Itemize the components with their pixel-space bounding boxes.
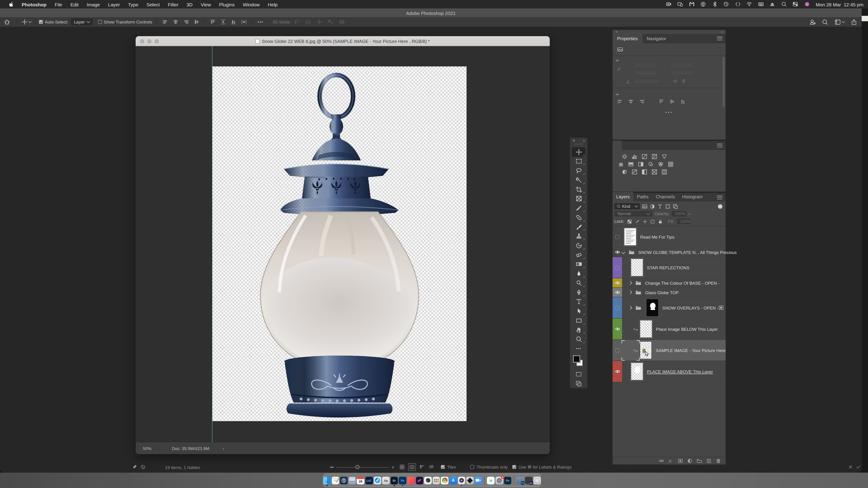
tab-properties[interactable]: Properties xyxy=(613,34,642,43)
details-view-icon[interactable] xyxy=(429,464,434,469)
bridge-option-2[interactable]: Use ⌘ for Labels & Ratings xyxy=(512,464,571,469)
smart-object-filter-icon[interactable] xyxy=(673,203,678,209)
menu-file[interactable]: File xyxy=(51,2,66,7)
new-layer-icon[interactable] xyxy=(706,458,712,464)
align-vcenter-icon[interactable] xyxy=(191,19,202,25)
selective-color-icon[interactable] xyxy=(661,169,667,175)
status-chevron-icon[interactable]: › xyxy=(223,446,224,451)
align-right-icon[interactable] xyxy=(181,19,191,25)
more-options-icon[interactable]: ••• xyxy=(255,20,266,24)
dock-fonts[interactable]: Aa xyxy=(382,477,390,484)
blur-tool[interactable] xyxy=(572,269,585,278)
thumbnail-slider-handle[interactable] xyxy=(355,465,360,469)
toolbar-close-icon[interactable]: ✕ xyxy=(572,139,575,143)
dock-inshot[interactable] xyxy=(407,477,415,484)
dock-photoshop[interactable]: Ps xyxy=(399,477,406,484)
toolbar-collapse-icon[interactable]: » xyxy=(583,139,585,143)
layer-thumbnail[interactable] xyxy=(624,228,637,246)
visibility-toggle-empty[interactable] xyxy=(614,234,620,239)
dock-shutter[interactable] xyxy=(424,477,432,484)
show-transform-checkbox[interactable]: Show Transform Controls xyxy=(98,20,152,24)
screen-mode-button[interactable] xyxy=(572,379,585,388)
shape-filter-icon[interactable] xyxy=(665,203,671,209)
distribute-bottom-icon[interactable] xyxy=(228,19,239,25)
menu-type[interactable]: Type xyxy=(124,2,143,7)
foreground-color-swatch[interactable] xyxy=(573,356,580,362)
dock-photos[interactable] xyxy=(348,477,356,484)
panel-menu-icon[interactable] xyxy=(717,37,722,40)
group-expand-arrow[interactable] xyxy=(629,291,631,294)
siri-icon[interactable] xyxy=(804,2,810,7)
dock-lightroom[interactable]: LrC xyxy=(365,477,373,484)
auto-select-checkbox[interactable]: Auto-Select: xyxy=(39,20,68,24)
tab-navigator[interactable]: Navigator xyxy=(642,34,671,43)
thumbnail-slider-track[interactable] xyxy=(336,467,389,468)
delete-layer-icon[interactable] xyxy=(716,458,721,464)
layer-name[interactable]: SNOW GLOBE TEMPLATE N... All Things Prec… xyxy=(638,250,737,255)
filter-toggle[interactable] xyxy=(718,204,722,208)
align-vcenter-button[interactable] xyxy=(669,98,675,104)
menu-clock[interactable]: Mon 28 Mar 12:45 pm xyxy=(816,2,864,7)
dock-quicktime[interactable]: Q xyxy=(340,477,347,484)
current-tool-icon[interactable] xyxy=(20,19,33,25)
cancel-icon[interactable] xyxy=(848,464,853,469)
dock-trash[interactable] xyxy=(533,477,541,484)
align-top-button[interactable] xyxy=(658,98,664,104)
zoom-out-icon[interactable] xyxy=(330,467,334,467)
align-bottom-button[interactable] xyxy=(680,98,686,104)
hand-tool[interactable] xyxy=(572,325,585,335)
dock-affinity[interactable] xyxy=(416,477,423,484)
bridge-option-1[interactable]: Thumbnails only xyxy=(470,464,508,469)
layer-row[interactable]: Change The Colour Of BASE - OPEN - xyxy=(613,278,725,288)
layer-name[interactable]: Change The Colour Of BASE - OPEN - xyxy=(645,281,719,285)
align-left-icon[interactable] xyxy=(160,19,170,25)
reject-icon[interactable] xyxy=(141,464,146,469)
layer-row[interactable]: PLACE IMAGE ABOVE This Layer xyxy=(613,361,725,382)
layer-name[interactable]: Place Image BELOW This Layer xyxy=(656,326,718,331)
time-machine-icon[interactable] xyxy=(723,2,729,7)
adjustment-filter-icon[interactable] xyxy=(650,203,655,209)
exposure-icon[interactable] xyxy=(651,154,657,160)
visibility-eye-icon[interactable] xyxy=(614,250,620,255)
panel-close-icon[interactable]: ✕ xyxy=(615,30,618,34)
invert-icon[interactable] xyxy=(622,169,627,175)
hue-saturation-icon[interactable] xyxy=(618,161,624,167)
menu-edit[interactable]: Edit xyxy=(66,2,83,7)
distribute-dist-h-icon[interactable] xyxy=(239,19,249,25)
layer-name[interactable]: STAR REFLECTIONS xyxy=(647,265,689,270)
distribute-dist-v-icon[interactable] xyxy=(218,19,228,25)
pixel-filter-icon[interactable] xyxy=(642,203,647,209)
layer-row[interactable]: ⮐Place Image BELOW This Layer xyxy=(613,319,725,340)
align-hcenter-icon[interactable] xyxy=(170,19,181,25)
tab-channels[interactable]: Channels xyxy=(652,192,679,201)
move-tool[interactable] xyxy=(572,147,585,157)
visibility-eye-icon[interactable] xyxy=(614,290,620,295)
align-hcenter-button[interactable] xyxy=(628,98,634,104)
adjustments-menu-icon[interactable] xyxy=(717,144,722,147)
menu-layer[interactable]: Layer xyxy=(104,2,124,7)
dock-appstore[interactable]: A xyxy=(450,477,457,484)
distribute-top-icon[interactable] xyxy=(207,19,218,25)
grid-view-icon[interactable] xyxy=(400,464,405,469)
wifi-icon[interactable] xyxy=(747,2,752,7)
dock-w-app[interactable]: W xyxy=(487,477,495,484)
m-logo-icon[interactable] xyxy=(689,2,694,7)
type-tool[interactable] xyxy=(572,297,585,306)
group-expand-arrow[interactable] xyxy=(622,251,625,254)
crop-tool[interactable] xyxy=(572,185,585,194)
gradient-tool[interactable] xyxy=(572,260,585,269)
color-balance-icon[interactable] xyxy=(628,161,634,167)
lock-paint-icon[interactable] xyxy=(634,219,640,224)
curves-icon[interactable] xyxy=(642,154,647,160)
auto-select-dropdown[interactable]: Layer xyxy=(71,19,93,25)
search-icon[interactable] xyxy=(819,19,831,25)
gradient-map-icon[interactable] xyxy=(651,169,657,175)
menu-3d[interactable]: 3D xyxy=(182,2,197,7)
toolbar-drag-handle[interactable] xyxy=(575,144,583,147)
apple-icon[interactable] xyxy=(4,1,18,7)
lock-artboard-icon[interactable] xyxy=(650,219,655,224)
new-adjustment-icon[interactable] xyxy=(687,458,692,464)
dock-stack-ps[interactable]: Ps xyxy=(517,477,524,484)
layer-row[interactable]: Glass Globe TOP xyxy=(613,288,725,297)
dodge-tool[interactable] xyxy=(572,278,585,288)
